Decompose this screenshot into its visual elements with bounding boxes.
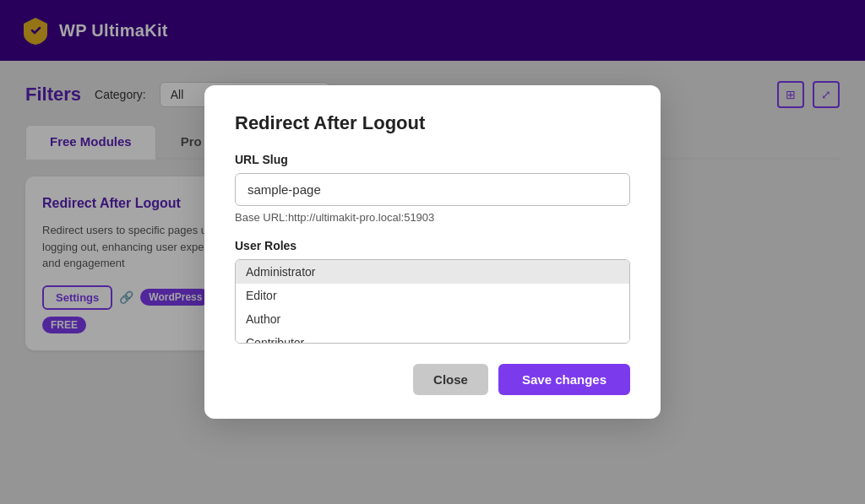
save-changes-button[interactable]: Save changes xyxy=(498,364,630,395)
base-url-value: http://ultimakit-pro.local:51903 xyxy=(288,211,434,224)
modal-footer: Close Save changes xyxy=(235,364,630,395)
url-slug-label: URL Slug xyxy=(235,153,630,166)
listbox-item-editor[interactable]: Editor xyxy=(236,284,629,307)
listbox-item-author[interactable]: Author xyxy=(236,307,629,331)
user-roles-label: User Roles xyxy=(235,239,630,252)
modal-title: Redirect After Logout xyxy=(235,112,630,134)
base-url-text: Base URL:http://ultimakit-pro.local:5190… xyxy=(235,211,630,224)
base-url-prefix: Base URL: xyxy=(235,211,288,224)
modal-dialog: Redirect After Logout URL Slug Base URL:… xyxy=(204,85,661,419)
modal-overlay[interactable]: Redirect After Logout URL Slug Base URL:… xyxy=(0,0,865,504)
listbox-item-contributor[interactable]: Contributor xyxy=(236,331,629,344)
close-button[interactable]: Close xyxy=(413,364,488,395)
url-slug-input[interactable] xyxy=(235,173,630,206)
user-roles-listbox[interactable]: Administrator Editor Author Contributor … xyxy=(235,259,630,344)
listbox-item-administrator[interactable]: Administrator xyxy=(236,260,629,284)
